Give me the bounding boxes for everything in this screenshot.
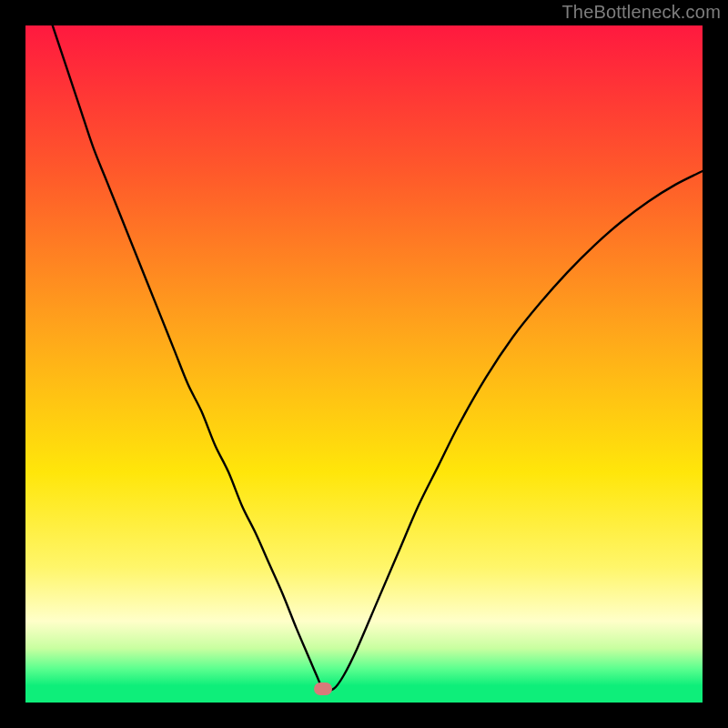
plot-area xyxy=(25,25,703,703)
optimum-marker xyxy=(314,682,332,695)
curve-svg xyxy=(25,25,703,703)
bottleneck-curve xyxy=(53,25,703,691)
watermark-text: TheBottleneck.com xyxy=(561,2,721,23)
chart-frame: TheBottleneck.com xyxy=(0,0,728,728)
